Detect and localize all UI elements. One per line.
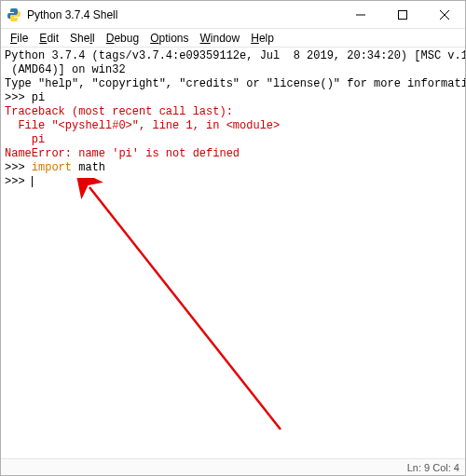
menubar: File Edit Shell Debug Options Window Hel… <box>1 29 465 48</box>
maximize-button[interactable] <box>381 1 423 28</box>
user-input: pi <box>32 91 45 104</box>
menu-edit[interactable]: Edit <box>34 31 64 46</box>
statusbar: Ln: 9 Col: 4 <box>1 458 465 475</box>
menu-debug[interactable]: Debug <box>101 31 144 46</box>
close-button[interactable] <box>423 1 465 28</box>
window-title: Python 3.7.4 Shell <box>27 8 339 21</box>
svg-rect-1 <box>398 10 406 19</box>
svg-line-4 <box>89 187 281 429</box>
keyword: import <box>32 161 72 174</box>
error-line: NameError: name 'pi' is not defined <box>5 147 240 160</box>
banner-line: (AMD64)] on win32 <box>5 63 126 76</box>
menu-shell[interactable]: Shell <box>64 31 101 46</box>
prompt: >>> <box>5 91 32 104</box>
app-window: Python 3.7.4 Shell File Edit Shell Debug… <box>0 0 466 476</box>
traceback-line: Traceback (most recent call last): <box>5 105 233 118</box>
menu-help[interactable]: Help <box>245 31 280 46</box>
banner-line: Python 3.7.4 (tags/v3.7.4:e09359112e, Ju… <box>5 49 465 62</box>
menu-file[interactable]: File <box>5 31 34 46</box>
traceback-line: File "<pyshell#0>", line 1, in <module> <box>5 119 280 132</box>
prompt: >>> <box>5 161 32 174</box>
traceback-line: pi <box>5 133 45 146</box>
cursor-position: Ln: 9 Col: 4 <box>407 462 459 473</box>
shell-content[interactable]: Python 3.7.4 (tags/v3.7.4:e09359112e, Ju… <box>1 48 465 458</box>
window-controls <box>339 1 465 28</box>
minimize-button[interactable] <box>339 1 381 28</box>
python-icon <box>7 7 21 22</box>
prompt: >>> <box>5 175 32 188</box>
annotation-arrow <box>66 178 299 439</box>
text-cursor <box>32 176 33 187</box>
titlebar[interactable]: Python 3.7.4 Shell <box>1 1 465 29</box>
banner-line: Type "help", "copyright", "credits" or "… <box>5 77 465 90</box>
menu-options[interactable]: Options <box>144 31 194 46</box>
user-input: math <box>72 161 105 174</box>
menu-window[interactable]: Window <box>195 31 246 46</box>
